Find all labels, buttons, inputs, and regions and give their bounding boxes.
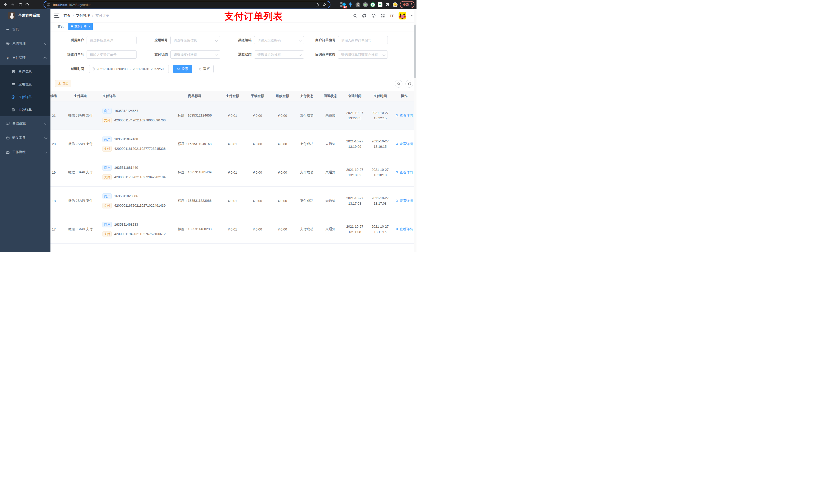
view-detail-link[interactable]: 查看详情: [396, 170, 413, 175]
dashboard-icon: [6, 27, 10, 31]
caret-down-icon[interactable]: [410, 15, 413, 16]
col-pay-order: 支付订单: [101, 94, 169, 98]
table-row[interactable]: 17 微信 JSAPI 支付 商户 1635311468233 支付 42000…: [50, 215, 416, 243]
extension-record-icon[interactable]: [363, 2, 368, 7]
sidebar-item-workflow[interactable]: 工作流程: [0, 145, 50, 159]
paid-date: 2021-10-27: [367, 224, 393, 229]
cell-id: 17: [50, 227, 60, 231]
sidebar-toggle-icon[interactable]: [54, 14, 60, 18]
app-select[interactable]: [170, 36, 220, 44]
page-scrollbar[interactable]: [414, 9, 416, 252]
search-button[interactable]: 搜索: [173, 65, 192, 73]
cell-fee: ¥ 0.00: [245, 114, 270, 118]
browser-extensions: 10 ⌘ y: [340, 0, 416, 9]
user-avatar[interactable]: [399, 12, 406, 20]
sidebar-item-app-info[interactable]: 应用信息: [0, 78, 50, 91]
tab-pay-order[interactable]: 支付订单 ×: [68, 23, 93, 30]
main-area: 首页 / 支付管理 / 支付订单 支付订单列表: [50, 9, 416, 252]
scrollbar-thumb[interactable]: [414, 25, 416, 78]
browser-menu-icon[interactable]: [411, 3, 412, 6]
view-detail-link[interactable]: 查看详情: [396, 227, 413, 232]
bookmark-star-icon[interactable]: [321, 1, 328, 8]
browser-update-button[interactable]: 更新: [400, 1, 414, 8]
breadcrumb-home[interactable]: 首页: [64, 13, 70, 18]
created-time: 13:18:02: [342, 172, 367, 178]
merchant-order-no: 1635311881440: [114, 166, 138, 170]
toggle-search-button[interactable]: [395, 80, 402, 88]
search-icon[interactable]: [353, 13, 358, 18]
browser-forward-icon[interactable]: [9, 1, 16, 8]
magnifier-icon: [396, 114, 399, 117]
cell-pay-order: 商户 1635311881440 支付 42000011732021102728…: [101, 158, 169, 187]
paid-date: 2021-10-27: [367, 110, 393, 116]
help-icon[interactable]: [371, 13, 376, 18]
site-info-icon[interactable]: [46, 1, 51, 8]
refresh-button[interactable]: [405, 80, 413, 88]
breadcrumb-pay-mgmt[interactable]: 支付管理: [76, 13, 90, 18]
sidebar-item-infrastructure[interactable]: 基础设施: [0, 116, 50, 130]
table-row[interactable]: 21 微信 JSAPI 支付 商户 1635312124657 支付 42000…: [50, 101, 416, 130]
view-detail-label: 查看详情: [400, 142, 413, 146]
extension-command-icon[interactable]: ⌘: [355, 2, 360, 7]
view-detail-link[interactable]: 查看详情: [396, 142, 413, 146]
app-logo[interactable]: 芋道管理系统: [0, 9, 50, 22]
table-row-partial[interactable]: 商户 1635311351736: [50, 243, 416, 252]
extension-gem-icon[interactable]: [348, 2, 353, 7]
refund-status-select[interactable]: [254, 50, 304, 58]
tab-home[interactable]: 首页: [55, 23, 66, 30]
cell-status: 支付成功: [294, 142, 319, 146]
paid-time: 13:11:15: [367, 229, 393, 235]
fullscreen-icon[interactable]: [380, 13, 385, 18]
sidebar-item-system[interactable]: 系统管理: [0, 37, 50, 51]
close-icon[interactable]: ×: [88, 25, 90, 28]
browser-home-icon[interactable]: [24, 1, 31, 8]
table-row[interactable]: 20 微信 JSAPI 支付 商户 1635311949168 支付 42000…: [50, 130, 416, 158]
merchant-input[interactable]: [87, 36, 137, 44]
extension-chat-icon[interactable]: [378, 2, 383, 7]
channel-code-select[interactable]: [254, 36, 304, 44]
cell-pay-order: 商户 1635311949168 支付 42000011812021102777…: [101, 130, 169, 158]
col-title: 商品标题: [169, 94, 220, 98]
sidebar-item-label: 支付管理: [12, 55, 26, 60]
font-size-icon[interactable]: TT: [389, 13, 395, 18]
url-text: localhost:1024/pay/order: [53, 3, 313, 7]
sidebar-item-dev-tools[interactable]: 研发工具: [0, 130, 50, 145]
reset-button[interactable]: 重置: [195, 65, 214, 73]
github-icon[interactable]: [362, 13, 367, 18]
extension-diamond-icon[interactable]: 10: [340, 2, 346, 7]
table-body: 21 微信 JSAPI 支付 商户 1635312124657 支付 42000…: [50, 101, 416, 252]
notify-status-select[interactable]: [338, 50, 388, 58]
date-separator: -: [129, 67, 131, 71]
channel-order-no-input[interactable]: [87, 50, 137, 58]
merchant-order-no-input[interactable]: [338, 36, 388, 44]
cell-notify: 未通知: [319, 170, 342, 175]
created-date: 2021-10-27: [342, 167, 367, 172]
search-button-label: 搜索: [182, 67, 188, 71]
sidebar-item-refund-order[interactable]: 退款订单: [0, 103, 50, 116]
sidebar-item-home[interactable]: 首页: [0, 22, 50, 37]
briefcase-icon: [6, 150, 10, 154]
browser-reload-icon[interactable]: [16, 1, 24, 8]
cell-status: 支付成功: [294, 170, 319, 175]
share-icon[interactable]: [313, 1, 321, 8]
extension-y-icon[interactable]: y: [370, 2, 375, 7]
profile-emoji-avatar[interactable]: [392, 2, 398, 7]
view-detail-link[interactable]: 查看详情: [396, 198, 413, 203]
view-detail-link[interactable]: 查看详情: [396, 113, 413, 118]
filter-label: 支付状态: [137, 52, 168, 57]
extensions-puzzle-icon[interactable]: [385, 2, 390, 7]
cell-status: 支付成功: [294, 227, 319, 232]
table-row[interactable]: 18 微信 JSAPI 支付 商户 1635311823086 支付 42000…: [50, 187, 416, 215]
export-button[interactable]: 导出: [55, 80, 71, 87]
pay-status-select[interactable]: [170, 50, 220, 58]
sidebar-item-merchant-info[interactable]: 商户信息: [0, 65, 50, 78]
merchant-tag: 商户: [102, 137, 112, 142]
table-row[interactable]: 19 微信 JSAPI 支付 商户 1635311881440 支付 42000…: [50, 158, 416, 187]
filter-merchant: 所属商户: [53, 36, 137, 44]
sidebar-item-pay-order[interactable]: 支付订单: [0, 91, 50, 103]
browser-back-icon[interactable]: [2, 1, 9, 8]
create-time-range-picker[interactable]: 2021-10-01 00:00:00 - 2021-10-31 23:59:5…: [89, 65, 169, 73]
address-bar[interactable]: localhost:1024/pay/order: [44, 1, 330, 8]
cell-amount: ¥ 0.01: [220, 171, 245, 174]
sidebar-item-payment[interactable]: ¥ 支付管理: [0, 51, 50, 65]
